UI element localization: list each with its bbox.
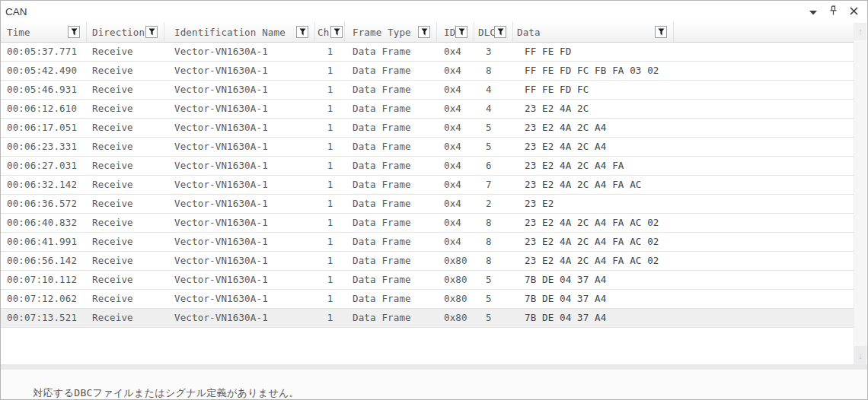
filter-button-frame-type[interactable] [418, 26, 430, 38]
cell-time: 00:06:27.031 [1, 157, 87, 175]
header-filler [674, 22, 854, 42]
close-icon [850, 6, 858, 17]
cell-ch: 1 [315, 290, 345, 308]
cell-direction: Receive [87, 100, 164, 118]
frame-table: TimeDirectionIdentification NameChFrame … [1, 22, 854, 364]
table-row[interactable]: 00:07:13.521ReceiveVector-VN1630A-11Data… [1, 309, 854, 328]
cell-dlc: 4 [474, 100, 513, 118]
cell-frame-type: Data Frame [345, 309, 437, 327]
column-header-data[interactable]: Data [513, 22, 674, 42]
cell-id: 0x80 [437, 271, 474, 289]
column-header-frame-type[interactable]: Frame Type [345, 22, 437, 42]
table-row[interactable]: 00:06:27.031ReceiveVector-VN1630A-11Data… [1, 157, 854, 176]
table-row[interactable]: 00:06:40.832ReceiveVector-VN1630A-11Data… [1, 214, 854, 233]
cell-frame-type: Data Frame [345, 157, 437, 175]
cell-data: 23 E2 4A 2C A4 FA AC 02 [513, 252, 674, 270]
cell-ch: 1 [315, 271, 345, 289]
cell-id: 0x80 [437, 290, 474, 308]
cell-ch: 1 [315, 138, 345, 156]
column-label: DLC [478, 27, 496, 38]
cell-identification-name: Vector-VN1630A-1 [164, 62, 315, 80]
cell-identification-name: Vector-VN1630A-1 [164, 271, 315, 289]
column-header-identification-name[interactable]: Identification Name [164, 22, 315, 42]
scroll-down-button[interactable]: ↓ [854, 346, 866, 364]
cell-time: 00:06:17.051 [1, 119, 87, 137]
cell-frame-type: Data Frame [345, 119, 437, 137]
cell-dlc: 5 [474, 138, 513, 156]
table-row[interactable]: 00:05:42.490ReceiveVector-VN1630A-11Data… [1, 62, 854, 81]
filter-button-direction[interactable] [145, 26, 158, 38]
cell-ch: 1 [315, 214, 345, 232]
cell-dlc: 3 [474, 43, 513, 61]
auto-hide-pin-button[interactable] [828, 6, 839, 17]
cell-data: 23 E2 4A 2C A4 [513, 119, 674, 137]
cell-id: 0x4 [437, 233, 474, 251]
column-header-direction[interactable]: Direction [87, 22, 164, 42]
cell-time: 00:07:12.062 [1, 290, 87, 308]
cell-ch: 1 [315, 43, 345, 61]
cell-id: 0x4 [437, 214, 474, 232]
table-row[interactable]: 00:06:23.331ReceiveVector-VN1630A-11Data… [1, 138, 854, 157]
table-row[interactable]: 00:05:37.771ReceiveVector-VN1630A-11Data… [1, 43, 854, 62]
cell-data: FF FE FD FC FB FA 03 02 [513, 62, 674, 80]
cell-id: 0x4 [437, 100, 474, 118]
cell-identification-name: Vector-VN1630A-1 [164, 176, 315, 194]
horizontal-splitter[interactable] [1, 364, 867, 370]
cell-time: 00:05:46.931 [1, 81, 87, 99]
cell-dlc: 8 [474, 252, 513, 270]
cell-dlc: 5 [474, 119, 513, 137]
filter-button-identification-name[interactable] [296, 26, 308, 38]
cell-id: 0x4 [437, 195, 474, 213]
cell-filler [674, 195, 854, 213]
column-header-ch[interactable]: Ch [315, 22, 345, 42]
cell-filler [674, 62, 854, 80]
panel-title: CAN [1, 6, 27, 17]
table-row[interactable]: 00:05:46.931ReceiveVector-VN1630A-11Data… [1, 81, 854, 100]
cell-identification-name: Vector-VN1630A-1 [164, 100, 315, 118]
cell-frame-type: Data Frame [345, 176, 437, 194]
cell-data: 7B DE 04 37 A4 [513, 309, 674, 327]
cell-direction: Receive [87, 195, 164, 213]
table-row[interactable]: 00:06:32.142ReceiveVector-VN1630A-11Data… [1, 176, 854, 195]
column-label: Time [7, 27, 30, 38]
column-header-dlc[interactable]: DLC [474, 22, 513, 42]
table-row[interactable]: 00:06:12.610ReceiveVector-VN1630A-11Data… [1, 100, 854, 119]
cell-time: 00:07:10.112 [1, 271, 87, 289]
table-row[interactable]: 00:06:56.142ReceiveVector-VN1630A-11Data… [1, 252, 854, 271]
cell-direction: Receive [87, 43, 164, 61]
filter-button-time[interactable] [68, 26, 80, 38]
filter-button-dlc[interactable] [494, 26, 506, 38]
column-header-time[interactable]: Time [1, 22, 87, 42]
status-bar: 対応するDBCファイルまたはシグナル定義がありません。 [1, 370, 867, 399]
cell-dlc: 5 [474, 271, 513, 289]
header-row: TimeDirectionIdentification NameChFrame … [1, 22, 854, 43]
filter-funnel-icon [458, 27, 465, 38]
scroll-up-button[interactable]: ↑ [854, 23, 866, 40]
filter-button-ch[interactable] [330, 26, 343, 38]
table-row[interactable]: 00:06:17.051ReceiveVector-VN1630A-11Data… [1, 119, 854, 138]
close-button[interactable] [848, 6, 860, 17]
table-row[interactable]: 00:06:36.572ReceiveVector-VN1630A-11Data… [1, 195, 854, 214]
cell-dlc: 6 [474, 157, 513, 175]
table-body: 00:05:37.771ReceiveVector-VN1630A-11Data… [1, 43, 854, 328]
cell-dlc: 7 [474, 176, 513, 194]
cell-dlc: 4 [474, 81, 513, 99]
window-position-button[interactable] [807, 6, 819, 17]
cell-data: 23 E2 [513, 195, 674, 213]
filter-funnel-icon [658, 27, 665, 38]
cell-identification-name: Vector-VN1630A-1 [164, 309, 315, 327]
cell-data: 7B DE 04 37 A4 [513, 271, 674, 289]
filter-button-data[interactable] [655, 26, 667, 38]
cell-time: 00:06:36.572 [1, 195, 87, 213]
cell-data: 23 E2 4A 2C A4 [513, 138, 674, 156]
cell-ch: 1 [315, 195, 345, 213]
table-row[interactable]: 00:06:41.991ReceiveVector-VN1630A-11Data… [1, 233, 854, 252]
column-header-id[interactable]: ID [437, 22, 474, 42]
vertical-scrollbar[interactable]: ↑ ↓ [854, 23, 866, 364]
table-row[interactable]: 00:07:12.062ReceiveVector-VN1630A-11Data… [1, 290, 854, 309]
column-label: Identification Name [174, 27, 286, 38]
table-row[interactable]: 00:07:10.112ReceiveVector-VN1630A-11Data… [1, 271, 854, 290]
cell-ch: 1 [315, 62, 345, 80]
cell-filler [674, 214, 854, 232]
filter-button-id[interactable] [455, 26, 468, 38]
